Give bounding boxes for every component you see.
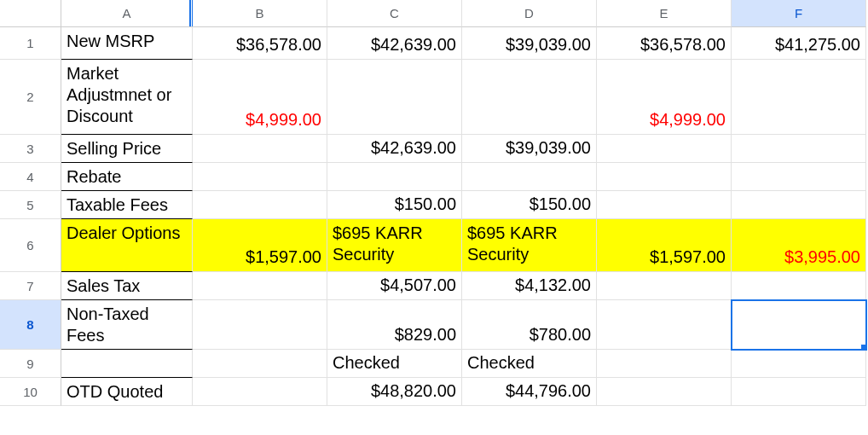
cell-D9[interactable]: Checked bbox=[462, 350, 597, 378]
cell-A9[interactable] bbox=[61, 350, 193, 378]
cell-A6[interactable]: Dealer Options bbox=[61, 219, 193, 272]
cell-C3[interactable]: $42,639.00 bbox=[327, 135, 462, 163]
col-label: E bbox=[659, 6, 668, 20]
cell-B8[interactable] bbox=[193, 300, 327, 350]
row-header-3[interactable]: 3 bbox=[0, 135, 61, 163]
cell-D5[interactable]: $150.00 bbox=[462, 191, 597, 219]
cell-A5[interactable]: Taxable Fees bbox=[61, 191, 193, 219]
row-header-1[interactable]: 1 bbox=[0, 27, 61, 60]
col-label: D bbox=[524, 6, 534, 20]
row-header-2[interactable]: 2 bbox=[0, 60, 61, 135]
row-header-5[interactable]: 5 bbox=[0, 191, 61, 219]
cell-F7[interactable] bbox=[732, 272, 866, 300]
cell-B9[interactable] bbox=[193, 350, 327, 378]
cell-D8[interactable]: $780.00 bbox=[462, 300, 597, 350]
cell-D7[interactable]: $4,132.00 bbox=[462, 272, 597, 300]
cell-C1[interactable]: $42,639.00 bbox=[327, 27, 462, 60]
cell-D6[interactable]: $695 KARR Security bbox=[462, 219, 597, 272]
cell-B4[interactable] bbox=[193, 163, 327, 191]
cell-F5[interactable] bbox=[732, 191, 866, 219]
cell-D2[interactable] bbox=[462, 60, 597, 135]
cell-A7[interactable]: Sales Tax bbox=[61, 272, 193, 300]
cell-D1[interactable]: $39,039.00 bbox=[462, 27, 597, 60]
cell-A2[interactable]: Market Adjustmnet or Discount bbox=[61, 60, 193, 135]
cell-C10[interactable]: $48,820.00 bbox=[327, 378, 462, 406]
cell-B6[interactable]: $1,597.00 bbox=[193, 219, 327, 272]
cell-C5[interactable]: $150.00 bbox=[327, 191, 462, 219]
cell-B5[interactable] bbox=[193, 191, 327, 219]
row-header-4[interactable]: 4 bbox=[0, 163, 61, 191]
cell-A1[interactable]: New MSRP bbox=[61, 27, 193, 60]
cell-C6[interactable]: $695 KARR Security bbox=[327, 219, 462, 272]
cell-D3[interactable]: $39,039.00 bbox=[462, 135, 597, 163]
col-label: F bbox=[795, 6, 802, 20]
col-label: B bbox=[255, 6, 263, 20]
col-label: C bbox=[390, 6, 399, 20]
cell-E1[interactable]: $36,578.00 bbox=[597, 27, 732, 60]
cell-E6[interactable]: $1,597.00 bbox=[597, 219, 732, 272]
cell-B7[interactable] bbox=[193, 272, 327, 300]
cell-A8[interactable]: Non-Taxed Fees bbox=[61, 300, 193, 350]
cell-F9[interactable] bbox=[732, 350, 866, 378]
spreadsheet-grid: A B C D E F 1 New MSRP $36,578.00 $42,63… bbox=[0, 0, 868, 406]
cell-F10[interactable] bbox=[732, 378, 866, 406]
cell-E10[interactable] bbox=[597, 378, 732, 406]
cell-F8[interactable] bbox=[732, 300, 866, 350]
cell-E4[interactable] bbox=[597, 163, 732, 191]
col-header-F[interactable]: F bbox=[732, 0, 866, 27]
cell-B1[interactable]: $36,578.00 bbox=[193, 27, 327, 60]
col-header-A[interactable]: A bbox=[61, 0, 193, 27]
cell-C4[interactable] bbox=[327, 163, 462, 191]
col-header-C[interactable]: C bbox=[327, 0, 462, 27]
col-label: A bbox=[122, 6, 130, 20]
cell-F4[interactable] bbox=[732, 163, 866, 191]
cell-E5[interactable] bbox=[597, 191, 732, 219]
cell-E8[interactable] bbox=[597, 300, 732, 350]
cell-E7[interactable] bbox=[597, 272, 732, 300]
cell-E9[interactable] bbox=[597, 350, 732, 378]
row-header-6[interactable]: 6 bbox=[0, 219, 61, 272]
cell-A10[interactable]: OTD Quoted bbox=[61, 378, 193, 406]
col-header-D[interactable]: D bbox=[462, 0, 597, 27]
cell-F1[interactable]: $41,275.00 bbox=[732, 27, 866, 60]
row-header-7[interactable]: 7 bbox=[0, 272, 61, 300]
cell-E2[interactable]: $4,999.00 bbox=[597, 60, 732, 135]
cell-B2[interactable]: $4,999.00 bbox=[193, 60, 327, 135]
cell-C7[interactable]: $4,507.00 bbox=[327, 272, 462, 300]
corner-select-all[interactable] bbox=[0, 0, 61, 27]
row-header-10[interactable]: 10 bbox=[0, 378, 61, 406]
col-header-B[interactable]: B bbox=[193, 0, 327, 27]
cell-C2[interactable] bbox=[327, 60, 462, 135]
cell-D4[interactable] bbox=[462, 163, 597, 191]
row-header-8[interactable]: 8 bbox=[0, 300, 61, 350]
cell-F2[interactable] bbox=[732, 60, 866, 135]
cell-B3[interactable] bbox=[193, 135, 327, 163]
cell-F6[interactable]: $3,995.00 bbox=[732, 219, 866, 272]
cell-C9[interactable]: Checked bbox=[327, 350, 462, 378]
col-header-E[interactable]: E bbox=[597, 0, 732, 27]
cell-C8[interactable]: $829.00 bbox=[327, 300, 462, 350]
cell-E3[interactable] bbox=[597, 135, 732, 163]
cell-B10[interactable] bbox=[193, 378, 327, 406]
cell-D10[interactable]: $44,796.00 bbox=[462, 378, 597, 406]
cell-A3[interactable]: Selling Price bbox=[61, 135, 193, 163]
row-header-9[interactable]: 9 bbox=[0, 350, 61, 378]
cell-A4[interactable]: Rebate bbox=[61, 163, 193, 191]
cell-F3[interactable] bbox=[732, 135, 866, 163]
